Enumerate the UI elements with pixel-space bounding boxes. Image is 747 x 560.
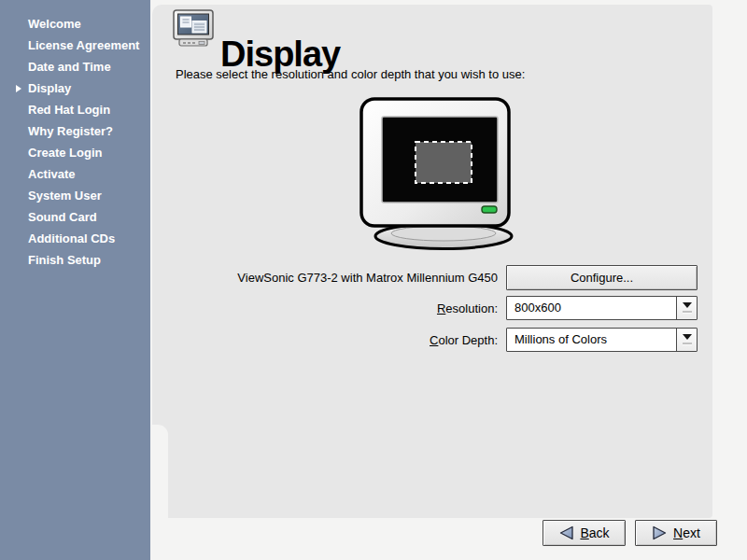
color-depth-dropdown-arrow-button[interactable] [676,329,697,351]
device-description: ViewSonic G773-2 with Matrox Millennium … [168,271,498,285]
sidebar-item-label: Red Hat Login [28,103,110,117]
sidebar-item-why-register: Why Register? [0,120,150,142]
resolution-value: 747x560 [514,297,561,319]
content-panel: Display Please select the resolution and… [152,5,712,518]
resolution-dropdown[interactable]: 747x560 [506,296,698,320]
sidebar-item-label: Why Register? [28,124,113,138]
resolution-label: Resolution: [168,301,498,315]
sidebar-item-label: Welcome [28,17,81,31]
sidebar-item-finish-setup: Finish Setup [0,249,150,271]
display-page-icon [172,8,215,49]
monitor-illustration [358,95,529,252]
page-subtitle: Please select the resolution and color d… [176,67,525,81]
color-depth-value: Millions of Colors [514,329,607,351]
back-button-label: Back [580,525,609,540]
sidebar-item-label: System User [28,189,102,203]
sidebar-item-label: License Agreement [28,38,139,52]
back-arrow-icon [558,525,574,540]
sidebar-step-list: Welcome License Agreement Date and Time … [0,13,150,271]
back-button[interactable]: Back [543,520,626,546]
sidebar-item-welcome: Welcome [0,13,150,35]
sidebar-item-label: Display [28,81,71,95]
configure-button-label: Configure... [571,271,633,285]
resolution-selection-rect [416,142,472,183]
sidebar-steps: Welcome License Agreement Date and Time … [0,0,150,560]
chevron-down-icon [683,334,692,340]
sidebar-item-activate: Activate [0,163,150,185]
resolution-dropdown-arrow-button[interactable] [676,297,697,319]
sidebar-item-display: Display [0,77,150,99]
sidebar-item-label: Date and Time [28,60,111,74]
sidebar-item-label: Additional CDs [28,231,115,245]
chevron-down-icon [683,302,692,308]
sidebar-item-label: Create Login [28,146,102,160]
power-led [482,206,497,213]
sidebar-item-label: Activate [28,167,76,181]
sidebar-item-sound-card: Sound Card [0,206,150,228]
color-depth-dropdown[interactable]: Millions of Colors [506,328,698,352]
active-step-arrow-icon [16,85,21,92]
sidebar-item-system-user: System User [0,185,150,206]
configure-button[interactable]: Configure... [506,265,698,290]
sidebar-item-create-login: Create Login [0,142,150,163]
dropdown-grip-bar [683,311,692,314]
next-button-label: Next [673,525,700,540]
sidebar-item-license-agreement: License Agreement [0,35,150,56]
sidebar-item-date-and-time: Date and Time [0,56,150,77]
sidebar-item-additional-cds: Additional CDs [0,228,150,249]
sidebar-item-label: Sound Card [28,210,97,224]
panel-corner-notch [150,425,168,518]
color-depth-label: Color Depth: [168,333,498,347]
sidebar-item-red-hat-login: Red Hat Login [0,99,150,120]
sidebar-item-label: Finish Setup [28,253,101,267]
next-button[interactable]: Next [635,520,717,546]
next-arrow-icon [652,525,668,540]
dropdown-grip-bar [683,343,692,345]
